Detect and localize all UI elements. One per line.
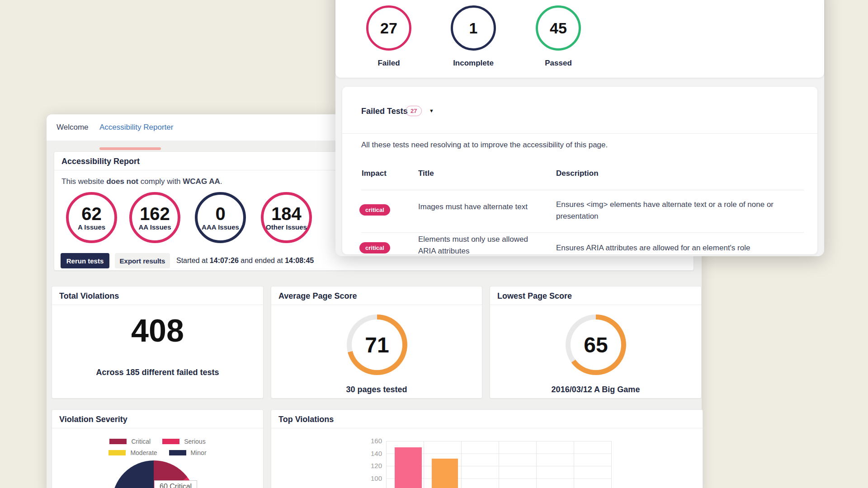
- y-tick-140: 140: [350, 449, 382, 458]
- violation-bar-2[interactable]: [432, 459, 458, 488]
- y-tick-120: 120: [350, 461, 382, 470]
- average-page-score-card: Average Page Score 71 30 pages tested: [271, 286, 482, 399]
- caret-down-icon[interactable]: ▼: [429, 108, 434, 113]
- aaa-issues-circle: 0 AAA Issues: [195, 192, 246, 243]
- aa-issues-circle: 162 AA Issues: [129, 192, 180, 243]
- divider: [52, 305, 263, 305]
- compliance-standard: WCAG AA: [183, 177, 220, 186]
- compliance-statement: This website does not comply with WCAG A…: [61, 177, 222, 186]
- tab-welcome[interactable]: Welcome: [57, 114, 89, 141]
- critical-label: Critical: [131, 438, 151, 445]
- legend-item-serious[interactable]: Serious: [162, 438, 205, 445]
- legend-item-minor[interactable]: Minor: [169, 449, 207, 456]
- impact-badge: critical: [359, 242, 390, 253]
- average-score-donut: 71: [347, 314, 407, 375]
- end-time: 14:08:45: [285, 257, 314, 264]
- start-time: 14:07:26: [210, 257, 239, 264]
- test-results-window: 27 Failed 1 Incomplete 45 Passed Failed …: [335, 0, 824, 256]
- failed-tests-title: Failed Tests: [361, 107, 408, 116]
- legend-item-critical[interactable]: Critical: [109, 438, 151, 445]
- other-issues-label: Other Issues: [266, 223, 307, 231]
- serious-label: Serious: [184, 438, 205, 445]
- tab-accessibility-reporter[interactable]: Accessibility Reporter: [99, 114, 173, 141]
- serious-swatch: [162, 439, 179, 444]
- timing-text: Started at: [176, 257, 210, 264]
- moderate-swatch: [108, 450, 126, 455]
- y-tick-160: 160: [350, 436, 382, 446]
- test-timing: Started at 14:07:26 and ended at 14:08:4…: [176, 253, 314, 268]
- passed-label: Passed: [527, 59, 590, 68]
- total-violations-subtitle: Across 185 different failed tests: [52, 368, 263, 377]
- aaa-issues-label: AAA Issues: [202, 223, 239, 231]
- lowest-score-value: 65: [584, 333, 608, 357]
- screen: Welcome Accessibility Reporter Accessibi…: [0, 0, 868, 488]
- legend-item-moderate[interactable]: Moderate: [108, 449, 157, 456]
- total-violations-title: Total Violations: [59, 291, 119, 301]
- failed-circle: 27: [366, 5, 411, 51]
- lowest-score-donut: 65: [566, 314, 626, 375]
- column-header-title: Title: [418, 169, 434, 178]
- passed-count: 45: [550, 19, 567, 37]
- y-tick-100: 100: [350, 474, 382, 483]
- row-description: Ensures <img> elements have alternate te…: [556, 199, 802, 222]
- lowest-score-subtitle: 2016/03/12 A Big Game: [490, 385, 701, 394]
- failed-tests-card: Failed Tests 27 ▼ All these tests need r…: [342, 87, 817, 254]
- failed-count: 27: [380, 19, 397, 37]
- compliance-text: comply with: [138, 177, 183, 186]
- top-violations-title: Top Violations: [278, 415, 334, 424]
- a-issues-count: 62: [81, 205, 102, 223]
- incomplete-circle: 1: [451, 5, 496, 51]
- passed-circle: 45: [536, 5, 581, 51]
- row-title: Images must have alternate text: [418, 201, 537, 213]
- lowest-page-score-card: Lowest Page Score 65 2016/03/12 A Big Ga…: [490, 286, 702, 399]
- other-issues-circle: 184 Other Issues: [261, 192, 312, 243]
- severity-legend: Critical Serious Moderate Minor: [52, 438, 263, 456]
- divider: [361, 232, 804, 233]
- active-tab-indicator: [99, 147, 161, 150]
- timing-text: and ended at: [239, 257, 285, 264]
- compliance-does-not: does not: [106, 177, 138, 186]
- failed-label: Failed: [357, 59, 420, 68]
- lowest-page-score-title: Lowest Page Score: [497, 291, 572, 301]
- top-violations-card: Top Violations 160 140 120 100: [271, 409, 703, 488]
- divider: [52, 428, 263, 428]
- violation-bar-1[interactable]: [395, 447, 422, 488]
- average-page-score-title: Average Page Score: [278, 291, 357, 301]
- pie-tooltip: 60 Critical: [154, 480, 197, 488]
- report-title: Accessibility Report: [61, 157, 140, 166]
- critical-swatch: [109, 439, 127, 444]
- average-score-subtitle: 30 pages tested: [271, 385, 482, 394]
- compliance-text: This website: [61, 177, 106, 186]
- aa-issues-count: 162: [140, 205, 170, 223]
- row-description: Ensures ARIA attributes are allowed for …: [556, 242, 802, 254]
- divider: [361, 190, 804, 190]
- row-title: Elements must only use allowed ARIA attr…: [418, 234, 537, 254]
- a-issues-circle: 62 A Issues: [66, 192, 117, 243]
- failed-tests-intro: All these tests need resolving at to imp…: [361, 141, 608, 150]
- incomplete-count: 1: [469, 19, 478, 37]
- aa-issues-label: AA Issues: [139, 223, 171, 231]
- divider: [490, 305, 701, 305]
- divider: [271, 305, 482, 305]
- a-issues-label: A Issues: [78, 223, 105, 231]
- divider: [342, 133, 817, 134]
- other-issues-count: 184: [271, 205, 302, 223]
- minor-swatch: [169, 450, 186, 455]
- total-violations-value: 408: [52, 313, 263, 349]
- compliance-text: .: [220, 177, 222, 186]
- aaa-issues-count: 0: [215, 205, 225, 223]
- column-header-impact: Impact: [362, 169, 387, 178]
- results-summary-card: 27 Failed 1 Incomplete 45 Passed: [335, 0, 824, 78]
- violation-severity-title: Violation Severity: [59, 415, 127, 424]
- average-score-value: 71: [365, 333, 389, 357]
- impact-badge: critical: [359, 204, 390, 216]
- moderate-label: Moderate: [130, 449, 157, 456]
- divider: [271, 428, 703, 428]
- top-violations-plot: [386, 441, 612, 488]
- export-results-button[interactable]: Export results: [115, 253, 170, 268]
- incomplete-label: Incomplete: [442, 59, 505, 68]
- rerun-tests-button[interactable]: Rerun tests: [61, 253, 109, 268]
- violation-severity-card: Violation Severity Critical Serious: [52, 409, 264, 488]
- minor-label: Minor: [191, 449, 207, 456]
- column-header-description: Description: [556, 169, 599, 178]
